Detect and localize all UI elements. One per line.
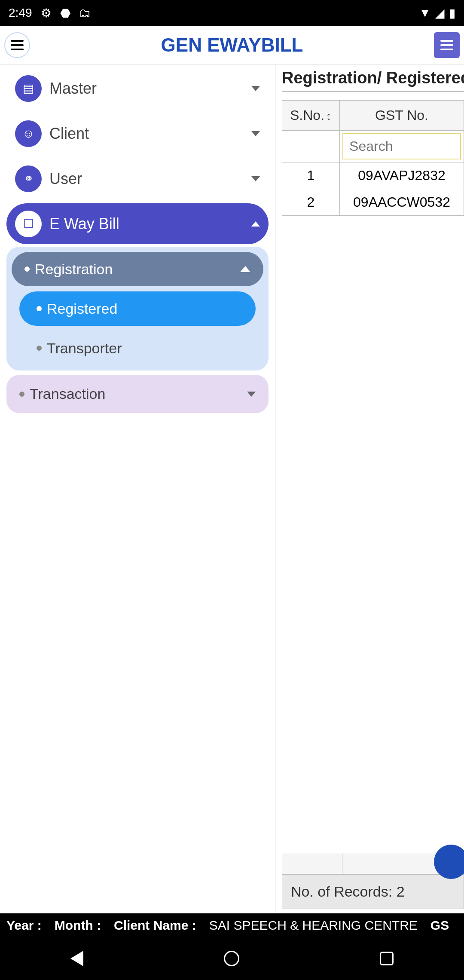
document-icon: ☐ [15, 211, 42, 237]
shield-icon: ⬣ [60, 6, 70, 20]
recents-button[interactable] [380, 952, 394, 965]
info-bar: Year : Month : Client Name : SAI SPEECH … [0, 913, 464, 937]
chevron-down-icon [247, 392, 256, 397]
search-cell-gstno [340, 131, 464, 162]
menu-right-button[interactable] [434, 32, 460, 58]
sidebar: ▤ Master ☺ Client ⚭ User ☐ E Way Bill Re… [0, 64, 275, 913]
column-header-sno[interactable]: S.No.↕ [282, 101, 340, 131]
fab-button[interactable] [434, 845, 464, 879]
submenu-registration: Registration Registered Transporter [6, 247, 269, 371]
col-sno-label: S.No. [290, 107, 324, 123]
data-table: S.No.↕ GST No. 1 09AVAPJ2832 2 09AACCW05… [282, 100, 464, 216]
sidebar-item-label: User [49, 170, 82, 188]
table-row[interactable]: 1 09AVAPJ2832 [282, 162, 464, 189]
wifi-icon: ▼ [419, 6, 431, 20]
cell-gstno: 09AVAPJ2832 [340, 162, 464, 189]
menu-button[interactable] [4, 32, 30, 58]
cell-gstno: 09AACCW0532 [340, 189, 464, 216]
status-bar: 2:49 ⚙ ⬣ 🗂 ▼ ◢ ▮ [0, 0, 464, 26]
submenu-item-registered[interactable]: Registered [19, 291, 256, 326]
master-icon: ▤ [15, 75, 42, 102]
client-name-value: SAI SPEECH & HEARING CENTRE [209, 918, 418, 933]
signal-icon: ◢ [435, 6, 445, 20]
cell-sno: 1 [282, 162, 340, 189]
gst-label: GS [430, 918, 449, 933]
sidebar-item-ewaybill[interactable]: ☐ E Way Bill [6, 203, 269, 244]
column-header-gstno[interactable]: GST No. [340, 101, 464, 131]
sidebar-item-label: Master [49, 80, 97, 98]
records-count: No. of Records: 2 [282, 874, 464, 909]
submenu-transaction-label: Transaction [30, 386, 105, 402]
submenu-item-transporter[interactable]: Transporter [19, 331, 256, 365]
chevron-down-icon [251, 131, 260, 136]
client-icon: ☺ [15, 120, 42, 147]
bullet-icon [24, 266, 30, 272]
chevron-down-icon [251, 86, 260, 91]
submenu-transaction[interactable]: Transaction [6, 375, 269, 413]
sidebar-item-label: E Way Bill [49, 215, 119, 233]
sd-icon: 🗂 [79, 6, 91, 20]
sidebar-item-client[interactable]: ☺ Client [6, 113, 269, 154]
submenu-header-label: Registration [35, 261, 113, 278]
home-button[interactable] [224, 951, 239, 966]
table-row[interactable]: 2 09AACCW0532 [282, 189, 464, 216]
sort-icon: ↕ [326, 110, 332, 122]
status-time: 2:49 [9, 6, 32, 20]
chevron-up-icon [240, 266, 250, 272]
content-title: Registration/ Registered [282, 69, 464, 92]
submenu-item-label: Transporter [47, 340, 122, 357]
client-name-label: Client Name : [114, 918, 196, 933]
year-label: Year : [6, 918, 42, 933]
sidebar-item-user[interactable]: ⚭ User [6, 158, 269, 199]
content-panel: Registration/ Registered S.No.↕ GST No. … [275, 64, 464, 913]
battery-icon: ▮ [449, 6, 455, 20]
bullet-icon [19, 392, 24, 397]
search-input[interactable] [342, 133, 461, 159]
month-label: Month : [55, 918, 101, 933]
back-button[interactable] [70, 951, 83, 966]
app-title: GEN EWAYBILL [30, 34, 434, 56]
bullet-icon [37, 306, 42, 311]
chevron-down-icon [251, 176, 260, 181]
submenu-item-label: Registered [47, 300, 117, 317]
user-icon: ⚭ [15, 165, 42, 192]
settings-icon: ⚙ [41, 6, 52, 20]
bullet-icon [37, 346, 42, 351]
submenu-header-registration[interactable]: Registration [12, 252, 263, 286]
sidebar-item-label: Client [49, 125, 89, 143]
app-header: GEN EWAYBILL [0, 26, 464, 64]
search-cell-sno [282, 131, 340, 162]
sidebar-item-master[interactable]: ▤ Master [6, 68, 269, 109]
system-nav-bar [0, 937, 464, 980]
cell-sno: 2 [282, 189, 340, 216]
chevron-up-icon [251, 221, 260, 227]
